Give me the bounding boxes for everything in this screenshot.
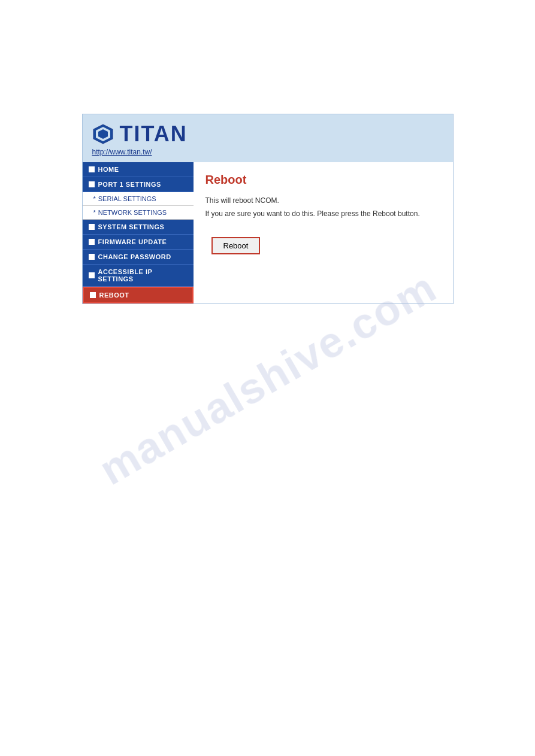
titan-logo-icon	[92, 123, 114, 145]
nav-square-password	[89, 254, 95, 260]
sidebar-item-serialsettings[interactable]: * SERIAL SETTINGS	[83, 192, 194, 206]
sidebar-item-systemsettings[interactable]: SYSTEM SETTINGS	[83, 220, 194, 235]
content-line1: This will reboot NCOM.	[205, 195, 441, 206]
sub-bullet-network: *	[93, 209, 96, 216]
header: TITAN http://www.titan.tw/	[83, 114, 453, 162]
reboot-button-wrapper: Reboot	[211, 237, 441, 254]
content-area: Reboot This will reboot NCOM. If you are…	[194, 162, 453, 294]
sidebar-item-firmwareupdate[interactable]: FIRMWARE UPDATE	[83, 235, 194, 250]
sidebar-item-changepassword[interactable]: CHANGE PASSWORD	[83, 250, 194, 265]
nav-square-firmware	[89, 239, 95, 245]
page-wrapper: TITAN http://www.titan.tw/ HOME PORT 1 S…	[0, 0, 535, 304]
sidebar-item-password-label: CHANGE PASSWORD	[98, 253, 171, 260]
sidebar-item-port1settings[interactable]: PORT 1 SETTINGS	[83, 177, 194, 192]
page-title: Reboot	[205, 173, 441, 187]
logo-text: TITAN	[120, 122, 188, 147]
sidebar-item-home-label: HOME	[98, 166, 119, 173]
sidebar-item-serial-label: SERIAL SETTINGS	[98, 195, 156, 202]
sidebar-item-reboot[interactable]: REBOOT	[83, 287, 194, 303]
nav-square-home	[89, 166, 95, 172]
sidebar-item-firmware-label: FIRMWARE UPDATE	[98, 238, 167, 245]
sidebar-item-networksettings[interactable]: * NETWORK SETTINGS	[83, 206, 194, 220]
sidebar-item-reboot-label: REBOOT	[99, 292, 129, 299]
content-line2: If you are sure you want to do this. Ple…	[205, 208, 441, 219]
nav-square-port1	[89, 181, 95, 187]
nav-square-reboot	[90, 292, 96, 298]
nav-square-system	[89, 224, 95, 230]
sidebar-item-port1-label: PORT 1 SETTINGS	[98, 181, 161, 188]
sidebar-item-accessible-label: ACCESSIBLE IP SETTINGS	[98, 268, 188, 283]
sidebar-item-home[interactable]: HOME	[83, 162, 194, 177]
sidebar-item-network-label: NETWORK SETTINGS	[98, 209, 167, 216]
reboot-button[interactable]: Reboot	[211, 237, 261, 254]
sidebar: HOME PORT 1 SETTINGS * SERIAL SETTINGS *…	[83, 162, 194, 303]
sidebar-item-system-label: SYSTEM SETTINGS	[98, 223, 165, 230]
main-container: TITAN http://www.titan.tw/ HOME PORT 1 S…	[82, 114, 454, 304]
sub-bullet-serial: *	[93, 195, 96, 202]
header-url[interactable]: http://www.titan.tw/	[92, 148, 443, 156]
header-top: TITAN	[92, 122, 443, 147]
nav-square-accessible	[89, 272, 95, 278]
body-layout: HOME PORT 1 SETTINGS * SERIAL SETTINGS *…	[83, 162, 453, 303]
sidebar-item-accessibleip[interactable]: ACCESSIBLE IP SETTINGS	[83, 265, 194, 287]
